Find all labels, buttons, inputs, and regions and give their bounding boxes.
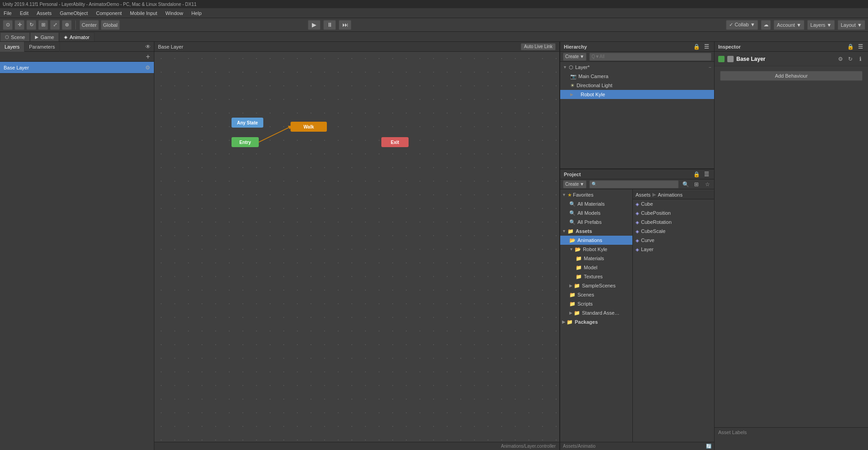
tab-scene[interactable]: ⬡ Scene bbox=[0, 32, 30, 41]
scripts-label: Scripts bbox=[577, 301, 593, 307]
assets-section[interactable]: ▼ 📁 Assets bbox=[560, 227, 632, 236]
layout-btn[interactable]: Layout ▼ bbox=[838, 20, 865, 30]
scripts-folder-item[interactable]: 📁 Scripts bbox=[560, 299, 632, 308]
pause-button[interactable]: ⏸ bbox=[323, 20, 336, 30]
file-cube-scale[interactable]: ◈ CubeScale bbox=[633, 227, 714, 236]
collab-btn[interactable]: ✓ Collab ▼ bbox=[726, 20, 758, 30]
inspector-lock-icon[interactable]: 🔒 bbox=[846, 43, 854, 51]
cloud-btn[interactable]: ☁ bbox=[761, 20, 771, 30]
menu-edit[interactable]: Edit bbox=[18, 10, 30, 17]
breadcrumb-animations[interactable]: Animations bbox=[658, 192, 682, 198]
layers-btn[interactable]: Layers ▼ bbox=[807, 20, 835, 30]
scenes-folder-item[interactable]: 📁 Scenes bbox=[560, 290, 632, 299]
game-icon: ▶ bbox=[35, 35, 39, 40]
menu-window[interactable]: Window bbox=[163, 10, 185, 17]
all-materials-icon: 🔍 bbox=[569, 201, 576, 207]
title-bar: Unity 2019.4.11f1 Personal - LayerAbilit… bbox=[0, 0, 868, 8]
project-lock-icon[interactable]: 🔒 bbox=[692, 170, 700, 178]
model-folder-item[interactable]: 📁 Model bbox=[560, 263, 632, 272]
robot-kyle-tree-label: Robot Kyle bbox=[583, 247, 607, 252]
step-button[interactable]: ⏭ bbox=[339, 20, 351, 30]
transform-rotate-btn[interactable]: ↻ bbox=[26, 20, 36, 30]
menu-file[interactable]: File bbox=[2, 10, 14, 17]
all-models-item[interactable]: 🔍 All Models bbox=[560, 208, 632, 218]
hierarchy-lock-icon[interactable]: 🔒 bbox=[692, 43, 700, 51]
transform-rect-btn[interactable]: ⤢ bbox=[50, 20, 60, 30]
hierarchy-menu-icon[interactable]: ☰ bbox=[702, 43, 710, 51]
entry-node[interactable]: Entry bbox=[232, 137, 259, 147]
packages-section[interactable]: ▶ 📁 Packages bbox=[560, 317, 632, 326]
account-btn[interactable]: Account ▼ bbox=[774, 20, 804, 30]
global-btn[interactable]: Global bbox=[101, 20, 120, 30]
hierarchy-robot-kyle[interactable]: ▶ ◈ Robot Kyle bbox=[560, 90, 714, 99]
walk-node[interactable]: Walk bbox=[291, 122, 327, 132]
project-footer: Assets/Animatio 🔄 bbox=[560, 442, 714, 450]
project-menu-icon[interactable]: ☰ bbox=[702, 170, 710, 178]
all-materials-item[interactable]: 🔍 All Materials bbox=[560, 199, 632, 208]
color-swatch-2[interactable] bbox=[727, 56, 734, 62]
base-layer-item[interactable]: Base Layer ⚙ bbox=[0, 62, 154, 74]
play-button[interactable]: ▶ bbox=[308, 20, 321, 30]
inspector-menu-icon[interactable]: ☰ bbox=[856, 43, 864, 51]
auto-live-link-btn[interactable]: Auto Live Link bbox=[521, 43, 556, 50]
menu-gameobject[interactable]: GameObject bbox=[58, 10, 90, 17]
menu-mobile-input[interactable]: Mobile Input bbox=[128, 10, 159, 17]
add-layer-icon[interactable]: + bbox=[144, 53, 152, 61]
create-dropdown[interactable]: Create ▼ bbox=[563, 53, 587, 61]
project-create-dropdown[interactable]: Create ▼ bbox=[563, 180, 587, 188]
project-search-btn[interactable]: 🔍 bbox=[681, 180, 690, 188]
all-materials-label: All Materials bbox=[577, 201, 605, 207]
hierarchy-search[interactable] bbox=[589, 53, 711, 61]
inspector-refresh-icon[interactable]: ↻ bbox=[846, 55, 854, 63]
standard-assets-arrow: ▶ bbox=[569, 311, 572, 315]
samplescenes-folder-item[interactable]: ▶ 📁 SampleScenes bbox=[560, 281, 632, 290]
breadcrumb-assets[interactable]: Assets bbox=[636, 192, 651, 198]
standard-assets-folder-item[interactable]: ▶ 📁 Standard Asse… bbox=[560, 308, 632, 317]
inspector-settings-icon[interactable]: ⚙ bbox=[836, 55, 844, 63]
inspector-info-icon[interactable]: ℹ bbox=[856, 55, 864, 63]
cube-scale-file-icon: ◈ bbox=[636, 229, 639, 234]
file-cube-position[interactable]: ◈ CubePosition bbox=[633, 208, 714, 218]
exit-node[interactable]: Exit bbox=[381, 137, 409, 147]
hierarchy-directional-light[interactable]: ☀ Directional Light bbox=[560, 81, 714, 90]
menu-assets[interactable]: Assets bbox=[35, 10, 54, 17]
transform-hand-btn[interactable]: ⊙ bbox=[3, 20, 13, 30]
layer-settings-icon[interactable]: ⚙ bbox=[145, 64, 150, 71]
textures-folder-icon: 📁 bbox=[576, 274, 582, 280]
robot-arrow: ▶ bbox=[570, 92, 573, 97]
center-btn[interactable]: Center bbox=[79, 20, 99, 30]
hierarchy-scene-root[interactable]: ▼ ⬡ Layer* − bbox=[560, 63, 714, 72]
menu-component[interactable]: Component bbox=[94, 10, 123, 17]
animator-canvas[interactable]: Any State Entry Walk Exit bbox=[154, 52, 559, 442]
file-cube[interactable]: ◈ Cube bbox=[633, 199, 714, 208]
tab-animator[interactable]: ◈ Animator bbox=[59, 32, 94, 41]
file-layer[interactable]: ◈ Layer bbox=[633, 245, 714, 254]
favorites-section[interactable]: ▼ ★ Favorites bbox=[560, 190, 632, 199]
tab-parameters[interactable]: Parameters bbox=[25, 42, 60, 52]
animations-folder-item[interactable]: 📂 Animations bbox=[560, 236, 632, 245]
tab-game[interactable]: ▶ Game bbox=[30, 32, 59, 41]
any-state-node[interactable]: Any State bbox=[232, 118, 263, 128]
file-cube-rotation[interactable]: ◈ CubeRotation bbox=[633, 218, 714, 227]
project-star-btn[interactable]: ☆ bbox=[703, 180, 711, 188]
robot-kyle-folder-item[interactable]: ▼ 📂 Robot Kyle bbox=[560, 245, 632, 254]
file-curve[interactable]: ◈ Curve bbox=[633, 236, 714, 245]
eye-icon[interactable]: 👁 bbox=[144, 43, 152, 51]
scene-name: Layer* bbox=[575, 64, 590, 70]
hierarchy-main-camera[interactable]: 📷 Main Camera bbox=[560, 72, 714, 81]
tab-scene-label: Scene bbox=[11, 35, 25, 40]
color-swatch-1[interactable] bbox=[718, 56, 725, 62]
hierarchy-content: ▼ ⬡ Layer* − 📷 Main Camera ☀ bbox=[560, 62, 714, 168]
transform-all-btn[interactable]: ⊛ bbox=[62, 20, 72, 30]
materials-folder-item[interactable]: 📁 Materials bbox=[560, 254, 632, 263]
transform-scale-btn[interactable]: ⊞ bbox=[38, 20, 48, 30]
textures-folder-item[interactable]: 📁 Textures bbox=[560, 272, 632, 281]
animator-breadcrumb[interactable]: Base Layer bbox=[158, 44, 183, 49]
project-search[interactable] bbox=[589, 180, 679, 188]
menu-help[interactable]: Help bbox=[189, 10, 203, 17]
all-prefabs-item[interactable]: 🔍 All Prefabs bbox=[560, 218, 632, 227]
transform-move-btn[interactable]: ✛ bbox=[15, 20, 25, 30]
tab-layers[interactable]: Layers bbox=[0, 42, 25, 52]
project-filter-btn[interactable]: ⊞ bbox=[692, 180, 700, 188]
add-behaviour-button[interactable]: Add Behaviour bbox=[720, 71, 863, 81]
